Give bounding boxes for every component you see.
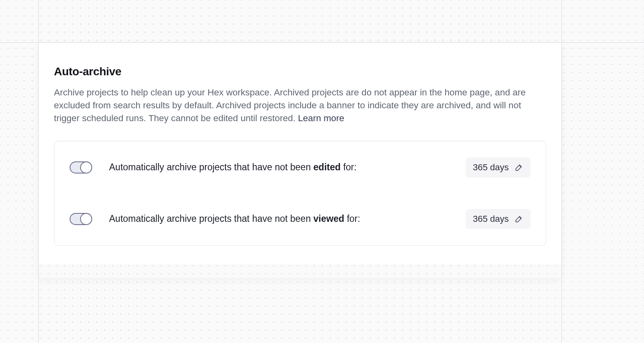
pencil-icon [514, 163, 523, 172]
label-suffix: for: [344, 213, 360, 224]
value-text: 365 days [473, 214, 509, 224]
label-suffix: for: [341, 162, 357, 172]
label-bold: edited [314, 162, 341, 172]
toggle-knob [80, 161, 92, 174]
auto-archive-card: Auto-archive Archive projects to help cl… [39, 43, 561, 264]
description-text: Archive projects to help clean up your H… [54, 87, 526, 123]
setting-left: Automatically archive projects that have… [70, 213, 360, 225]
settings-box: Automatically archive projects that have… [54, 141, 546, 246]
value-pill-viewed[interactable]: 365 days [466, 209, 530, 229]
setting-row-edited: Automatically archive projects that have… [70, 157, 530, 178]
value-pill-edited[interactable]: 365 days [466, 157, 530, 178]
value-text: 365 days [473, 162, 509, 173]
toggle-edited[interactable] [70, 161, 92, 174]
pencil-icon [514, 215, 523, 223]
label-prefix: Automatically archive projects that have… [109, 213, 314, 224]
setting-label-edited: Automatically archive projects that have… [109, 161, 357, 174]
guide-line [561, 0, 562, 343]
label-prefix: Automatically archive projects that have… [109, 162, 314, 172]
setting-left: Automatically archive projects that have… [70, 161, 357, 174]
setting-row-viewed: Automatically archive projects that have… [70, 209, 530, 229]
learn-more-link[interactable]: Learn more [298, 113, 344, 123]
toggle-knob [80, 213, 92, 225]
toggle-viewed[interactable] [70, 213, 92, 225]
setting-label-viewed: Automatically archive projects that have… [109, 213, 360, 225]
section-description: Archive projects to help clean up your H… [54, 86, 546, 125]
section-title: Auto-archive [54, 65, 546, 78]
label-bold: viewed [314, 213, 345, 224]
